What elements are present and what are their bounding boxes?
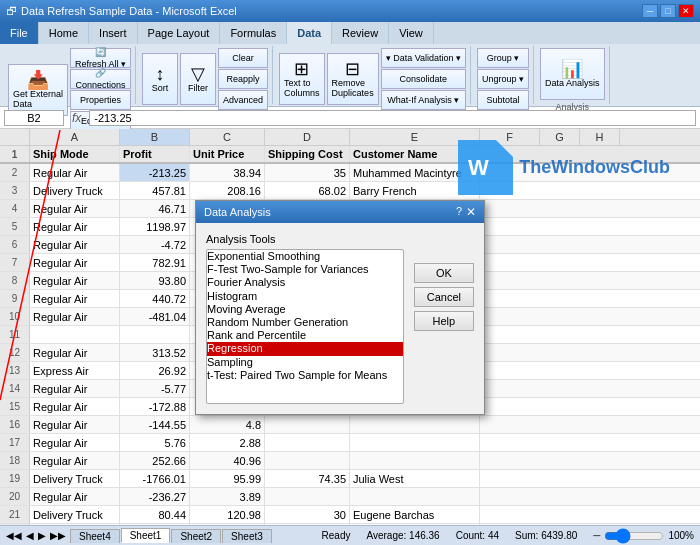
data-analysis-dialog[interactable]: Data Analysis ? ✕ Analysis Tools Exponen… [195, 200, 485, 415]
analysis-icon: 📊 [561, 60, 583, 78]
svg-text:W: W [468, 155, 489, 180]
cancel-button[interactable]: Cancel [414, 287, 474, 307]
cell-r16-c0: Regular Air [30, 416, 120, 433]
cell-r2-c3: 35 [265, 164, 350, 181]
data-validation-button[interactable]: ▾ Data Validation ▾ [381, 48, 466, 68]
minimize-button[interactable]: ─ [642, 4, 658, 18]
cell-r17-c2: 2.88 [190, 434, 265, 451]
what-if-analysis-button[interactable]: What-If Analysis ▾ [381, 90, 466, 110]
tab-page-layout[interactable]: Page Layout [138, 22, 221, 44]
close-button[interactable]: ✕ [678, 4, 694, 18]
remove-duplicates-button[interactable]: ⊟ RemoveDuplicates [327, 53, 379, 105]
dialog-question-mark[interactable]: ? [456, 205, 462, 219]
title-bar-controls[interactable]: ─ □ ✕ [642, 4, 694, 18]
cell-r12-c0: Regular Air [30, 344, 120, 361]
ungroup-button[interactable]: Ungroup ▾ [477, 69, 529, 89]
connections-button[interactable]: 🔗 Connections [70, 69, 131, 89]
col-header-d[interactable]: D [265, 129, 350, 145]
tab-review[interactable]: Review [332, 22, 389, 44]
tab-file[interactable]: File [0, 22, 39, 44]
row-num-9: 9 [0, 290, 30, 307]
zoom-out-icon[interactable]: ─ [593, 530, 600, 541]
cell-r12-c1: 313.52 [120, 344, 190, 361]
dialog-title-controls: ? ✕ [456, 205, 476, 219]
col-header-c[interactable]: C [190, 129, 265, 145]
table-row[interactable]: 19Delivery Truck-1766.0195.9974.35Julia … [0, 470, 700, 488]
tab-formulas[interactable]: Formulas [220, 22, 287, 44]
clear-button[interactable]: Clear [218, 48, 268, 68]
cell-r2-c0: Regular Air [30, 164, 120, 181]
cell-r10-c1: -481.04 [120, 308, 190, 325]
cell-r19-c1: -1766.01 [120, 470, 190, 487]
cell-r8-c1: 93.80 [120, 272, 190, 289]
sheet-nav-right[interactable]: ▶▶ [50, 530, 66, 541]
sheet-tab-Sheet2[interactable]: Sheet2 [171, 529, 221, 543]
subtotal-button[interactable]: Subtotal [477, 90, 529, 110]
formula-input[interactable]: -213.25 [89, 110, 696, 126]
row-num-11: 11 [0, 326, 30, 343]
zoom-control[interactable]: ─ 100% [593, 530, 694, 541]
row-num-3: 3 [0, 182, 30, 199]
refresh-all-button[interactable]: 🔄 Refresh All ▾ [70, 48, 131, 68]
reapply-button[interactable]: Reapply [218, 69, 268, 89]
get-external-data-button[interactable]: 📥 Get ExternalData [8, 64, 68, 116]
dialog-title-bar: Data Analysis ? ✕ [196, 201, 484, 223]
text-to-columns-button[interactable]: ⊞ Text toColumns [279, 53, 325, 105]
sheet-tab-Sheet4[interactable]: Sheet4 [70, 529, 120, 543]
zoom-slider[interactable] [604, 532, 664, 540]
tab-data[interactable]: Data [287, 22, 332, 44]
name-box[interactable] [4, 110, 64, 126]
sheet-nav-left[interactable]: ◀◀ [6, 530, 22, 541]
cell-r16-c2: 4.8 [190, 416, 265, 433]
tab-insert[interactable]: Insert [89, 22, 138, 44]
group-sort-filter: ↕ Sort ▽ Filter Clear Reapply Advanced [138, 46, 273, 104]
sheet-tab-Sheet3[interactable]: Sheet3 [222, 529, 272, 543]
sheet-tab-Sheet1[interactable]: Sheet1 [121, 528, 171, 543]
zoom-level: 100% [668, 530, 694, 541]
col-header-b[interactable]: B [120, 129, 190, 145]
data-analysis-button[interactable]: 📊 Data Analysis [540, 48, 605, 100]
col-header-a[interactable]: A [30, 129, 120, 145]
cell-r21-c2: 120.98 [190, 506, 265, 523]
cell-r19-c2: 95.99 [190, 470, 265, 487]
dialog-close-button[interactable]: ✕ [466, 205, 476, 219]
cell-r8-c0: Regular Air [30, 272, 120, 289]
sheet-nav-next[interactable]: ▶ [38, 530, 46, 541]
cell-r10-c0: Regular Air [30, 308, 120, 325]
sort-button[interactable]: ↕ Sort [142, 53, 178, 105]
help-button[interactable]: Help [414, 311, 474, 331]
table-row[interactable]: 18Regular Air252.6640.96 [0, 452, 700, 470]
title-bar-left: 🗗 Data Refresh Sample Data - Microsoft E… [6, 5, 237, 17]
cell-r7-c0: Regular Air [30, 254, 120, 271]
properties-button[interactable]: Properties [70, 90, 131, 110]
consolidate-button[interactable]: Consolidate [381, 69, 466, 89]
table-row[interactable]: 17Regular Air5.762.88 [0, 434, 700, 452]
table-row[interactable]: 16Regular Air-144.554.8 [0, 416, 700, 434]
tab-view[interactable]: View [389, 22, 434, 44]
group-button[interactable]: Group ▾ [477, 48, 529, 68]
cell-r18-c2: 40.96 [190, 452, 265, 469]
maximize-button[interactable]: □ [660, 4, 676, 18]
cell-r5-c1: 1198.97 [120, 218, 190, 235]
status-sum: Sum: 6439.80 [515, 530, 577, 541]
cell-r20-c0: Regular Air [30, 488, 120, 505]
table-row[interactable]: 21Delivery Truck80.44120.9830Eugene Barc… [0, 506, 700, 524]
text-columns-icon: ⊞ [294, 60, 309, 78]
get-data-icon: 📥 [27, 71, 49, 89]
row-num-21: 21 [0, 506, 30, 523]
cell-r5-c0: Regular Air [30, 218, 120, 235]
sheet-nav-prev[interactable]: ◀ [26, 530, 34, 541]
ok-button[interactable]: OK [414, 263, 474, 283]
outline-buttons: Group ▾ Ungroup ▾ Subtotal [477, 48, 529, 110]
status-count: Count: 44 [456, 530, 499, 541]
status-info: Ready Average: 146.36 Count: 44 Sum: 643… [322, 530, 694, 541]
table-row[interactable]: 20Regular Air-236.273.89 [0, 488, 700, 506]
filter-button[interactable]: ▽ Filter [180, 53, 216, 105]
tab-home[interactable]: Home [39, 22, 89, 44]
analysis-tools-list[interactable]: Exponential SmoothingF-Test Two-Sample f… [206, 249, 404, 404]
cell-r14-c1: -5.77 [120, 380, 190, 397]
row-num-14: 14 [0, 380, 30, 397]
advanced-button[interactable]: Advanced [218, 90, 268, 110]
cell-r16-c4 [350, 416, 480, 433]
row-num-16: 16 [0, 416, 30, 433]
